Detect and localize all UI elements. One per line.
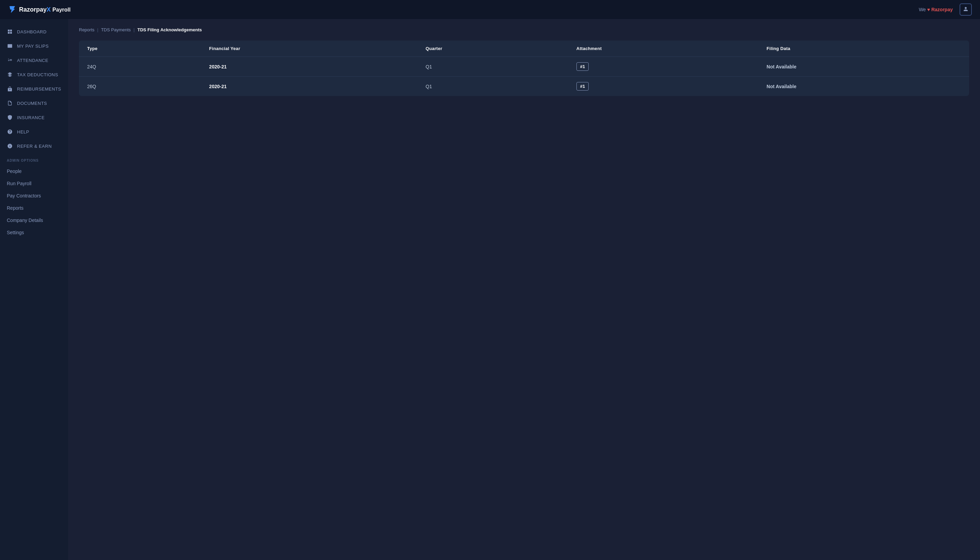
sidebar-item-pay-slips-label: MY PAY SLIPS (17, 43, 49, 49)
col-header-filing-data: Filing Data (759, 40, 969, 57)
sidebar-item-documents[interactable]: DOCUMENTS (0, 96, 68, 110)
col-header-attachment: Attachment (568, 40, 759, 57)
sidebar-admin-company-details-label: Company Details (7, 218, 43, 223)
col-header-quarter: Quarter (418, 40, 568, 57)
tax-icon (7, 72, 13, 78)
sidebar-item-refer-earn-label: REFER & EARN (17, 144, 52, 149)
love-text: We ♥ Razorpay (919, 7, 953, 12)
table-row: 24Q2020-21Q1#1Not Available (79, 57, 969, 77)
sidebar-item-documents-label: DOCUMENTS (17, 101, 47, 106)
cell-type-0: 24Q (79, 57, 201, 77)
sidebar-admin-settings[interactable]: Settings (0, 227, 68, 238)
tds-filing-table: Type Financial Year Quarter Attachment F… (79, 40, 969, 96)
cell-fy-1: 2020-21 (201, 77, 418, 96)
sidebar-item-help-label: HELP (17, 129, 29, 135)
cell-fy-0: 2020-21 (201, 57, 418, 77)
dashboard-icon (7, 28, 13, 35)
breadcrumb-tds-payments[interactable]: TDS Payments (101, 27, 131, 32)
sidebar-admin-pay-contractors[interactable]: Pay Contractors (0, 190, 68, 202)
sidebar-item-refer-earn[interactable]: REFER & EARN (0, 139, 68, 153)
sidebar-item-attendance[interactable]: ATTENDANCE (0, 53, 68, 67)
sidebar-admin-people-label: People (7, 168, 22, 174)
sidebar-admin-people[interactable]: People (0, 165, 68, 177)
top-navigation: RazorpayX Payroll We ♥ Razorpay (0, 0, 980, 19)
sidebar-admin-pay-contractors-label: Pay Contractors (7, 193, 41, 198)
col-header-financial-year: Financial Year (201, 40, 418, 57)
sidebar-item-reimbursements[interactable]: REIMBURSEMENTS (0, 82, 68, 96)
documents-icon (7, 100, 13, 106)
sidebar-admin-run-payroll-label: Run Payroll (7, 181, 31, 186)
user-avatar[interactable] (960, 3, 972, 16)
razorpay-icon (8, 5, 16, 13)
insurance-icon (7, 114, 13, 120)
nav-right: We ♥ Razorpay (919, 3, 972, 16)
sidebar-item-attendance-label: ATTENDANCE (17, 58, 48, 63)
attachment-badge-1[interactable]: #1 (576, 82, 589, 90)
sidebar-item-my-pay-slips[interactable]: MY PAY SLIPS (0, 39, 68, 53)
cell-attachment-1: #1 (568, 77, 759, 96)
pay-slips-icon (7, 43, 13, 49)
breadcrumb-current: TDS Filing Acknowledgements (138, 27, 202, 32)
cell-filing-data-0: Not Available (759, 57, 969, 77)
sidebar-item-tax-label: TAX DEDUCTIONS (17, 72, 58, 77)
breadcrumb: Reports | TDS Payments | TDS Filing Ackn… (79, 27, 969, 32)
cell-quarter-0: Q1 (418, 57, 568, 77)
brand-name: RazorpayX Payroll (19, 6, 70, 13)
sidebar-item-reimbursements-label: REIMBURSEMENTS (17, 87, 61, 92)
col-header-type: Type (79, 40, 201, 57)
attendance-icon (7, 57, 13, 63)
sidebar-item-insurance-label: INSURANCE (17, 115, 45, 120)
avatar-icon (963, 7, 969, 13)
main-content: Reports | TDS Payments | TDS Filing Ackn… (68, 19, 980, 560)
sidebar-admin-settings-label: Settings (7, 230, 24, 235)
sidebar-item-help[interactable]: HELP (0, 125, 68, 139)
sidebar-admin-reports[interactable]: Reports (0, 202, 68, 214)
sidebar-item-tax-deductions[interactable]: TAX DEDUCTIONS (0, 67, 68, 82)
brand-logo: RazorpayX Payroll (8, 5, 70, 13)
attachment-badge-0[interactable]: #1 (576, 62, 589, 71)
help-icon (7, 129, 13, 135)
reimbursements-icon (7, 86, 13, 92)
refer-earn-icon (7, 143, 13, 149)
sidebar-admin-company-details[interactable]: Company Details (0, 214, 68, 227)
admin-options-label: ADMIN OPTIONS (7, 158, 61, 162)
breadcrumb-sep-2: | (133, 27, 135, 32)
cell-attachment-0: #1 (568, 57, 759, 77)
cell-quarter-1: Q1 (418, 77, 568, 96)
breadcrumb-reports[interactable]: Reports (79, 27, 95, 32)
sidebar-item-dashboard-label: DASHBOARD (17, 29, 47, 34)
breadcrumb-sep-1: | (97, 27, 98, 32)
sidebar-item-dashboard[interactable]: DASHBOARD (0, 25, 68, 39)
table-row: 26Q2020-21Q1#1Not Available (79, 77, 969, 96)
sidebar-admin-run-payroll[interactable]: Run Payroll (0, 177, 68, 190)
cell-filing-data-1: Not Available (759, 77, 969, 96)
sidebar-item-insurance[interactable]: INSURANCE (0, 110, 68, 125)
sidebar-admin-reports-label: Reports (7, 205, 23, 211)
sidebar: DASHBOARD MY PAY SLIPS ATTENDANCE TAX DE… (0, 19, 68, 560)
cell-type-1: 26Q (79, 77, 201, 96)
